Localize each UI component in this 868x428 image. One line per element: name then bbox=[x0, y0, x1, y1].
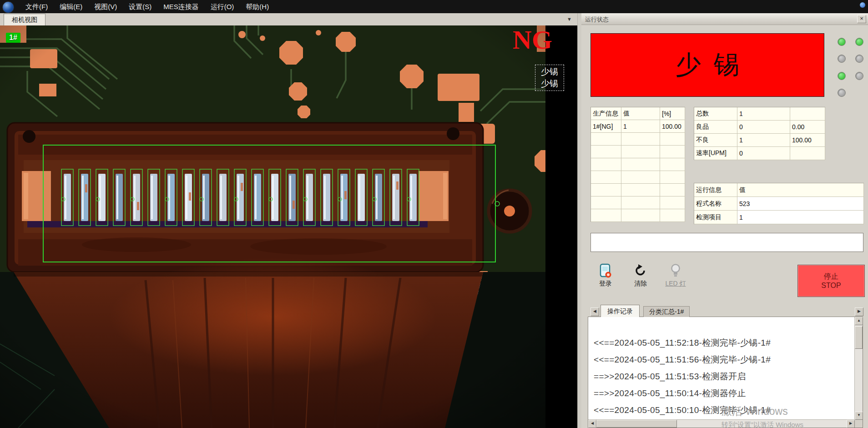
defect-label: 少锡 bbox=[535, 66, 564, 78]
scroll-right-icon[interactable]: ▶ bbox=[847, 420, 855, 428]
scroll-down-icon[interactable]: ▼ bbox=[855, 412, 863, 420]
menu-run[interactable]: 运行(O) bbox=[205, 0, 240, 13]
column-header: 值 bbox=[737, 183, 864, 197]
scroll-left-icon[interactable]: ◀ bbox=[588, 420, 596, 428]
cell: 0.00 bbox=[790, 121, 825, 134]
log-line: ==>>2024-05-05_11:51:53-检测器开启 bbox=[594, 368, 851, 385]
column-header: 运行信息 bbox=[694, 183, 737, 197]
login-button[interactable]: 登录 bbox=[591, 263, 620, 288]
cell bbox=[790, 107, 825, 121]
tab-class-summary[interactable]: 分类汇总-1# bbox=[643, 306, 690, 317]
cell bbox=[621, 184, 660, 196]
status-dot-icon bbox=[860, 2, 865, 8]
cell bbox=[660, 133, 685, 146]
indicator-lamp bbox=[855, 55, 863, 63]
chevron-down-icon[interactable]: ▼ bbox=[567, 16, 572, 22]
log-line: <<==2024-05-05_11:51:56-检测完毕-少锡-1# bbox=[594, 351, 851, 368]
cell bbox=[591, 209, 621, 222]
horizontal-scrollbar[interactable]: ◀ ▶ bbox=[588, 419, 855, 428]
cell: 1 bbox=[737, 107, 790, 121]
inspection-result-text: NG bbox=[513, 26, 552, 54]
cell: 1#[NG] bbox=[591, 120, 621, 133]
cell: 1 bbox=[621, 120, 660, 133]
cell: 100.00 bbox=[660, 120, 685, 133]
cell: 0 bbox=[737, 147, 790, 160]
tab-scroll-right-icon[interactable]: ▶ bbox=[855, 307, 863, 316]
cell bbox=[621, 158, 660, 171]
indicator-lamp bbox=[838, 55, 846, 63]
vertical-scrollbar[interactable]: ▲ ▼ bbox=[854, 317, 863, 420]
cell bbox=[621, 196, 660, 209]
stop-label-en: STOP bbox=[821, 281, 841, 290]
cell bbox=[591, 184, 621, 196]
horizontal-scroll-thumb[interactable] bbox=[596, 420, 677, 428]
cell bbox=[660, 158, 685, 171]
cell: 0 bbox=[737, 121, 790, 134]
log-line: <<==2024-05-05_11:52:18-检测完毕-少锡-1# bbox=[594, 334, 851, 351]
log-line: <<==2024-05-05_11:50:10-检测完毕-少锡-1# bbox=[594, 402, 851, 418]
defect-banner: 少锡 bbox=[590, 33, 824, 97]
menu-file[interactable]: 文件(F) bbox=[20, 0, 54, 13]
login-label: 登录 bbox=[591, 280, 620, 288]
cell: 不良 bbox=[694, 134, 737, 147]
scrollbar-corner bbox=[855, 420, 863, 428]
pcb-image bbox=[0, 25, 545, 428]
status-panel: 运行状态 × 少锡 生产信息 值 [%] 1#[NG] 1 100.00 bbox=[581, 13, 868, 428]
clear-icon bbox=[626, 263, 655, 278]
indicator-lamp bbox=[855, 72, 863, 80]
log-lines: <<==2024-05-05_11:52:18-检测完毕-少锡-1# <<==2… bbox=[594, 334, 851, 418]
camera-view: 1# NG 少锡 少锡 bbox=[0, 25, 577, 428]
totals-table: 总数 1 良品 0 0.00 不良 1 100.00 速率[UPM] 0 bbox=[694, 107, 825, 160]
menu-edit[interactable]: 编辑(E) bbox=[54, 0, 88, 13]
cell: 总数 bbox=[694, 107, 737, 121]
station-badge: 1# bbox=[6, 33, 20, 43]
app-logo-icon bbox=[2, 1, 14, 13]
run-info-table: 运行信息 值 程式名称 523 检测项目 1 bbox=[694, 183, 864, 224]
close-icon[interactable]: × bbox=[857, 15, 866, 23]
cell bbox=[790, 147, 825, 160]
scroll-up-icon[interactable]: ▲ bbox=[855, 317, 863, 325]
production-table: 生产信息 值 [%] 1#[NG] 1 100.00 bbox=[590, 107, 685, 222]
indicator-lamp bbox=[838, 89, 846, 97]
column-header: 值 bbox=[621, 107, 660, 120]
indicator-lamp bbox=[838, 38, 846, 46]
cell bbox=[621, 133, 660, 146]
vertical-scroll-thumb[interactable] bbox=[855, 326, 863, 349]
cell bbox=[591, 146, 621, 158]
led-label: LED 灯 bbox=[661, 280, 690, 288]
cell bbox=[660, 184, 685, 196]
menu-help[interactable]: 帮助(H) bbox=[240, 0, 275, 13]
cell bbox=[591, 196, 621, 209]
tab-operation-log[interactable]: 操作记录 bbox=[601, 305, 640, 317]
cell: 1 bbox=[737, 211, 864, 224]
cell: 良品 bbox=[694, 121, 737, 134]
cell bbox=[621, 209, 660, 222]
cell: 523 bbox=[737, 197, 864, 211]
menu-mes[interactable]: MES连接器 bbox=[157, 0, 205, 13]
stop-label-cn: 停止 bbox=[824, 272, 838, 281]
clear-button[interactable]: 清除 bbox=[626, 263, 655, 288]
menu-view[interactable]: 视图(V) bbox=[88, 0, 123, 13]
cell bbox=[591, 133, 621, 146]
column-header: 生产信息 bbox=[591, 107, 621, 120]
menu-settings[interactable]: 设置(S) bbox=[123, 0, 157, 13]
stop-button[interactable]: 停止 STOP bbox=[797, 265, 865, 297]
tab-camera-view[interactable]: 相机视图 bbox=[4, 14, 45, 25]
cell: 1 bbox=[737, 134, 790, 147]
led-light-button[interactable]: LED 灯 bbox=[661, 263, 690, 288]
app-window: 文件(F) 编辑(E) 视图(V) 设置(S) MES连接器 运行(O) 帮助(… bbox=[0, 0, 868, 428]
log-line: ==>>2024-05-05_11:50:14-检测器停止 bbox=[594, 385, 851, 402]
login-icon bbox=[591, 263, 620, 278]
indicator-lamp bbox=[838, 72, 846, 80]
cell bbox=[591, 158, 621, 171]
defect-label-box: 少锡 少锡 bbox=[535, 65, 564, 91]
operation-log: <<==2024-05-05_11:52:18-检测完毕-少锡-1# <<==2… bbox=[588, 317, 863, 428]
message-box[interactable] bbox=[590, 233, 863, 252]
cell: 速率[UPM] bbox=[694, 147, 737, 160]
led-bulb-icon bbox=[661, 263, 690, 278]
cell: 100.00 bbox=[790, 134, 825, 147]
cell bbox=[660, 196, 685, 209]
cell bbox=[660, 146, 685, 158]
clear-label: 清除 bbox=[626, 280, 655, 288]
tab-scroll-left-icon[interactable]: ◀ bbox=[590, 307, 599, 316]
